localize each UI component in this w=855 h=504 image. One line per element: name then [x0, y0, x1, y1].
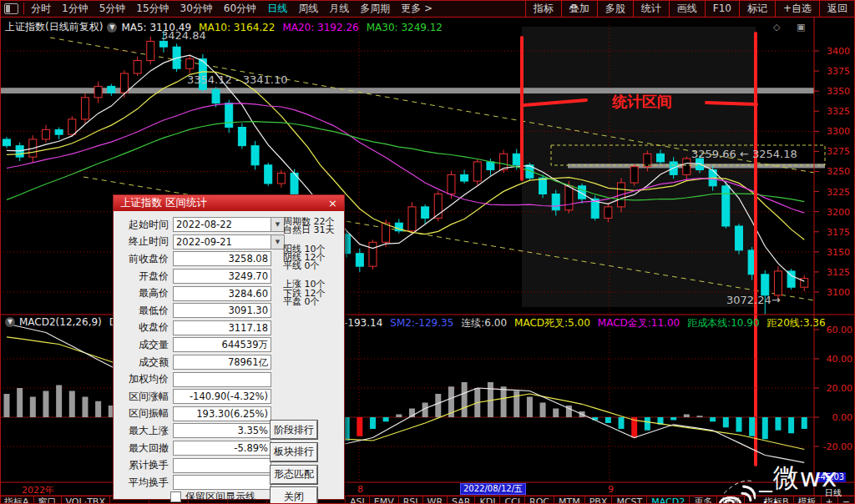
period-tab[interactable]: 1分钟 [62, 3, 89, 14]
period-tab[interactable]: 更多 > [401, 3, 433, 14]
toolbar-button-+自选[interactable]: +自选 [775, 0, 819, 17]
toolbar-actions: 指标叠加多股统计画线F10标记+自选返回 [525, 0, 855, 17]
period-tab[interactable]: 5分钟 [99, 3, 126, 14]
svg-text:-20.00: -20.00 [823, 441, 852, 452]
field-input[interactable]: 2022-09-21 [173, 234, 271, 249]
field-input[interactable]: 3091.30 [173, 303, 271, 318]
field-input[interactable] [173, 458, 271, 473]
field-label: 前收盘价 [114, 252, 169, 266]
macd-value-segment: SM2:-129.35 [390, 317, 453, 329]
period-tab[interactable]: 15分钟 [136, 3, 169, 14]
period-tab[interactable]: 日线 [267, 3, 287, 14]
macd-label-segment: MACD2(12,26,9) [19, 316, 102, 328]
svg-text:3275: 3275 [827, 146, 850, 157]
field-input[interactable]: 3258.08 [173, 251, 271, 266]
svg-text:3072.24→: 3072.24→ [726, 294, 781, 306]
toolbar-separator [23, 3, 24, 14]
dialog-button-关闭[interactable]: 关闭 [271, 487, 317, 504]
field-label: 成交额 [114, 355, 169, 370]
toolbar-button-画线[interactable]: 画线 [669, 0, 705, 17]
chevron-down-icon[interactable]: ▼ [107, 23, 117, 33]
indicator-tab-ROC[interactable]: ROC [525, 496, 554, 504]
watermark-text: _微wx笑 [759, 461, 855, 504]
field-label: 加权均价 [114, 372, 169, 386]
dialog-field-row: 成交额78961亿 [114, 354, 344, 371]
macd-cursor-values: -193.14SM2:-129.35连续:6.00MACD死叉:5.00MACD… [344, 316, 833, 330]
indicator-tab-RSI[interactable]: RSI [399, 496, 423, 504]
toolbar-button-返回[interactable]: 返回 [819, 0, 855, 17]
field-label: 最大上涨 [114, 424, 169, 438]
field-input[interactable]: 3.35% [173, 423, 271, 438]
indicator-tab-PBX[interactable]: PBX [585, 496, 613, 504]
dialog-titlebar[interactable]: 上证指数 区间统计 × [114, 195, 344, 211]
macd-value-segment: 距成本线:10.90 [687, 317, 759, 329]
field-input[interactable]: 2022-08-22 [173, 217, 271, 232]
toolbar-button-叠加[interactable]: 叠加 [561, 0, 597, 17]
indicator-tab-窗口[interactable]: 窗口 [34, 496, 62, 504]
indicator-tab-KDJ[interactable]: KDJ [475, 496, 500, 504]
field-input[interactable] [173, 475, 271, 490]
dialog-button-板块排行[interactable]: 板块排行 [271, 443, 317, 461]
period-tab[interactable]: 分时 [31, 3, 51, 14]
indicator-tab-VOL·TBX[interactable]: VOL·TBX [62, 496, 110, 504]
macd-value-segment: 连续:6.00 [461, 317, 507, 329]
dialog-field-row: 收盘价3117.18 [114, 320, 344, 337]
svg-text:3375: 3375 [827, 66, 850, 77]
toolbar-button-多股[interactable]: 多股 [597, 0, 633, 17]
ma-value-label: MA30: 3249.12 [367, 22, 443, 33]
svg-text:3259.66 ← 3254.18: 3259.66 ← 3254.18 [691, 148, 797, 160]
field-input[interactable]: -140.90(-4.32%) [173, 389, 271, 404]
period-tab[interactable]: 60分钟 [224, 3, 256, 14]
field-label: 开盘价 [114, 270, 169, 284]
toolbar-button-标记[interactable]: 标记 [739, 0, 775, 17]
keep-lines-checkbox-row[interactable]: 保留区间显示线 [170, 490, 255, 504]
svg-text:统计区间: 统计区间 [611, 93, 672, 110]
field-label: 起始时间 [114, 218, 169, 232]
field-input[interactable] [173, 372, 271, 387]
interval-statistics-dialog: 上证指数 区间统计 × 起始时间2022-08-22▼终止时间2022-09-2… [113, 194, 345, 500]
svg-text:0.00: 0.00 [832, 412, 853, 423]
indicator-tab-指标A[interactable]: 指标A [0, 496, 34, 504]
dialog-button-阶段排行[interactable]: 阶段排行 [271, 421, 317, 439]
top-toolbar: 分时1分钟5分钟15分钟30分钟60分钟日线周线月线多周期更多 > 指标叠加多股… [0, 0, 855, 18]
indicator-tab-SAR[interactable]: SAR [448, 496, 475, 504]
field-input[interactable]: 78961亿 [173, 355, 271, 370]
chart-corner-icons[interactable]: ◇ ▣ [773, 22, 812, 33]
indicator-tab-EMV[interactable]: EMV [370, 496, 399, 504]
indicator-tab-CCI[interactable]: CCI [500, 496, 525, 504]
period-tab[interactable]: 月线 [329, 3, 349, 14]
period-tab[interactable]: 30分钟 [180, 3, 213, 14]
field-label: 区间涨幅 [114, 390, 169, 404]
toolbar-button-统计[interactable]: 统计 [633, 0, 669, 17]
svg-text:3400: 3400 [827, 46, 850, 57]
checkbox-icon[interactable] [170, 491, 181, 502]
period-tab[interactable]: 多周期 [360, 3, 390, 14]
svg-text:3300: 3300 [827, 126, 850, 137]
watermark: _微wx笑 [716, 461, 855, 504]
toolbar-button-F10[interactable]: F10 [705, 0, 739, 17]
indicator-tab-ASI[interactable]: ASI [346, 496, 370, 504]
indicator-tab-更多[interactable]: 更多 [690, 496, 717, 504]
toolbar-button-指标[interactable]: 指标 [525, 0, 561, 17]
chevron-down-icon[interactable]: ▼ [5, 317, 15, 327]
chart-title: 上证指数(日线前复权) [5, 20, 103, 34]
layout-icon[interactable] [4, 3, 18, 14]
indicator-tab-MTM[interactable]: MTM [554, 496, 585, 504]
field-input[interactable]: 3117.18 [173, 320, 271, 335]
year-label: 2022年 [22, 484, 54, 496]
dialog-button-形态匹配[interactable]: 形态匹配 [271, 466, 317, 484]
field-label: 平均换手 [114, 476, 169, 490]
close-icon[interactable]: × [328, 195, 337, 211]
field-label: 最大回撤 [114, 441, 169, 456]
month-marker: 9 [608, 484, 614, 495]
field-input[interactable]: 3284.60 [173, 286, 271, 301]
field-label: 终止时间 [114, 234, 169, 249]
field-input[interactable]: 644539万 [173, 337, 271, 352]
indicator-tab-MACD2[interactable]: MACD2 [647, 496, 690, 504]
field-input[interactable]: -5.89% [173, 441, 271, 456]
indicator-tab-MCST[interactable]: MCST [612, 496, 647, 504]
field-input[interactable]: 193.30(6.25%) [173, 406, 271, 421]
period-tab[interactable]: 周线 [298, 3, 318, 14]
indicator-tab-WR[interactable]: WR [423, 496, 448, 504]
field-input[interactable]: 3249.70 [173, 269, 271, 284]
